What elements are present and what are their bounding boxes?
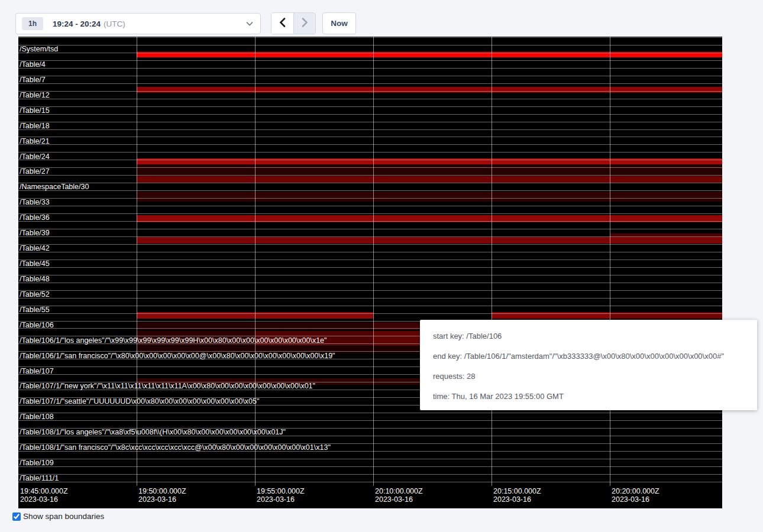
x-axis-tick: 20:15:00.000Z2023-03-16 [493,487,541,504]
span-boundary-line [18,137,722,137]
now-button[interactable]: Now [322,12,356,34]
row-label: /Table/18 [20,121,50,131]
span-boundary-line [18,114,722,115]
span-boundary-line [18,313,722,314]
x-tick-time: 19:55:00.000Z [257,487,305,495]
heatmap-band [137,176,722,183]
span-boundary-line [18,99,722,99]
time-window-badge: 1h [22,17,43,30]
row-label: /Table/42 [20,244,50,253]
row-label: /Table/21 [20,137,50,146]
x-tick-date: 2023-03-16 [375,495,423,504]
x-tick-date: 2023-03-16 [493,495,541,504]
key-visualizer-heatmap[interactable]: /System/tsd/Table/4/Table/7/Table/12/Tab… [18,37,722,508]
span-boundary-line [18,83,722,84]
row-label: /Table/111/1 [20,473,59,483]
span-boundary-line [18,53,722,53]
time-gridline [255,37,256,486]
chevron-right-icon [302,18,308,29]
x-axis-tick: 20:20:00.000Z2023-03-16 [612,487,659,504]
x-tick-date: 2023-03-16 [138,495,186,504]
span-boundary-line [18,229,722,229]
row-label: /Table/36 [20,213,50,222]
tooltip-time: time: Thu, 16 Mar 2023 19:55:00 GMT [433,387,757,407]
show-span-boundaries-checkbox[interactable] [12,512,21,521]
x-tick-time: 19:50:00.000Z [138,487,186,495]
row-label: /Table/107/1/"seattle"/"UUUUUUD\x00\x80\… [20,397,259,406]
row-label: /Table/109 [20,458,54,468]
heatmap-band [137,164,722,176]
toolbar: 1h 19:24 - 20:24 (UTC) Now [0,0,763,37]
tooltip-requests: requests: 28 [433,366,757,387]
row-label: /Table/106 [20,320,54,330]
time-range-timezone: (UTC) [104,20,125,28]
span-boundary-line [18,298,722,299]
row-label: /NamespaceTable/30 [20,182,89,192]
previous-interval-button[interactable] [271,13,293,34]
span-boundary-line [18,167,722,168]
span-boundary-line [18,252,722,252]
span-boundary-line [18,244,722,245]
x-tick-time: 19:45:00.000Z [20,487,68,495]
span-boundary-line [18,420,722,421]
span-boundary-line [18,198,722,199]
row-label: /Table/12 [20,90,50,100]
span-boundary-line [18,466,722,467]
span-boundary-line [18,106,722,107]
span-boundary-line [18,213,722,214]
x-axis-tick: 19:45:00.000Z2023-03-16 [20,487,68,504]
show-span-boundaries-control[interactable]: Show span boundaries [12,512,104,521]
row-label: /Table/108/1/"san francisco"/"\x8c\xcc\x… [20,443,331,452]
span-boundary-line [18,175,722,176]
time-range-select[interactable]: 1h 19:24 - 20:24 (UTC) [15,13,261,34]
time-gridline [373,37,374,486]
x-tick-date: 2023-03-16 [612,495,659,504]
x-tick-date: 2023-03-16 [20,495,68,504]
span-boundary-line [18,152,722,153]
time-nav-group [271,12,316,34]
x-axis-tick: 19:50:00.000Z2023-03-16 [138,487,186,504]
heatmap-band [137,87,722,93]
span-boundary-line [18,45,722,46]
chevron-left-icon [279,18,286,29]
row-label: /Table/4 [20,60,46,69]
span-boundary-line [18,259,722,260]
span-boundary-line [18,221,722,222]
span-boundary-line [18,190,722,191]
tooltip-end-key: end key: /Table/106/1/"amsterdam"/"\xb33… [433,346,757,366]
time-gridline [492,37,492,486]
row-label: /Table/55 [20,305,50,314]
span-boundary-line [18,122,722,122]
row-label: /Table/39 [20,228,50,238]
row-label: /Table/7 [20,75,46,85]
span-boundary-line [18,160,722,160]
tooltip-start-key: start key: /Table/106 [433,326,757,346]
span-boundary-line [18,76,722,76]
hover-tooltip: start key: /Table/106 end key: /Table/10… [420,320,757,410]
span-boundary-line [18,236,722,237]
row-label: /Table/24 [20,152,50,161]
span-boundary-line [18,91,722,92]
x-tick-time: 20:10:00.000Z [375,487,423,495]
time-gridline [610,37,610,486]
row-label: /System/tsd [20,44,58,54]
row-label: /Table/108 [20,412,54,421]
x-tick-time: 20:20:00.000Z [612,487,659,495]
x-axis-tick: 19:55:00.000Z2023-03-16 [257,487,305,504]
span-boundary-line [18,306,722,306]
x-tick-date: 2023-03-16 [257,495,305,504]
time-gridline [137,37,137,486]
x-axis-tick: 20:10:00.000Z2023-03-16 [375,487,423,504]
span-boundary-line [18,275,722,275]
row-label: /Table/106/1/"los angeles"/"\x99\x99\x99… [20,336,326,345]
heatmap-band [137,192,722,202]
span-boundary-line [18,183,722,183]
row-label: /Table/107 [20,366,54,376]
row-label: /Table/108/1/"los angeles"/"\xa8\xf5\u00… [20,427,286,437]
chevron-down-icon [246,21,253,26]
next-interval-button[interactable] [293,13,315,34]
row-label: /Table/106/1/"san francisco"/"\x80\x00\x… [20,351,335,361]
row-label: /Table/52 [20,290,50,299]
span-boundary-line [18,129,722,130]
span-boundary-line [18,68,722,69]
